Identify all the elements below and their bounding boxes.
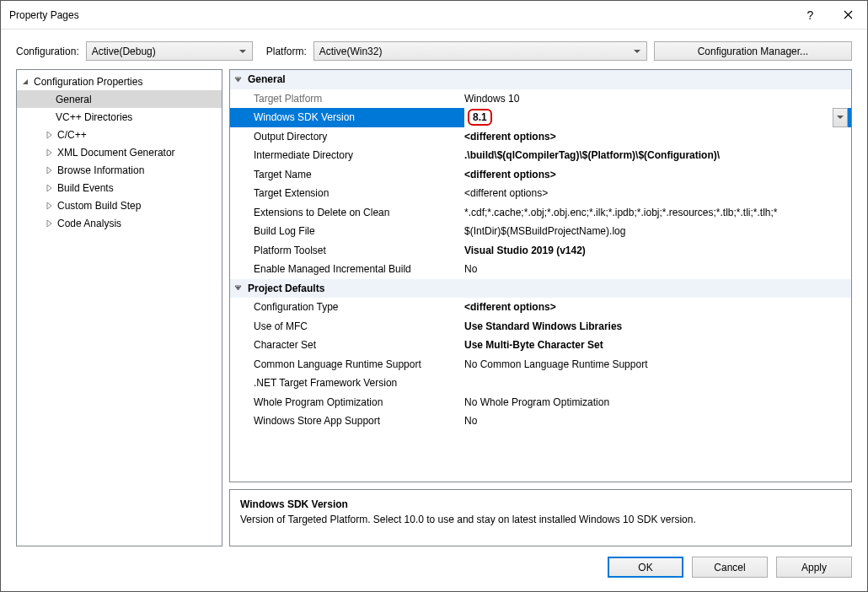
config-row: Configuration: Active(Debug) Platform: A… — [1, 30, 867, 69]
close-button[interactable] — [829, 1, 867, 30]
grid-row-value: Visual Studio 2019 (v142) — [464, 245, 848, 256]
grid-row[interactable]: Target Name<different options> — [230, 165, 851, 185]
grid-row[interactable]: Target Extension<different options> — [230, 184, 851, 203]
tree-item-label: C/C++ — [57, 129, 87, 141]
configuration-label: Configuration: — [16, 46, 79, 57]
grid-row-label: Platform Toolset — [230, 245, 464, 256]
grid-row-value: *.cdf;*.cache;*.obj;*.obj.enc;*.ilk;*.ip… — [464, 207, 848, 218]
grid-row-label: Use of MFC — [230, 320, 464, 332]
grid-row[interactable]: Enable Managed Incremental BuildNo — [230, 260, 851, 279]
description-panel: Windows SDK Version Version of Targeted … — [229, 489, 852, 546]
grid-row[interactable]: Configuration Type<different options> — [230, 298, 851, 317]
tree-item-label: Custom Build Step — [57, 200, 141, 212]
grid-row-value: <different options> — [464, 301, 848, 313]
grid-row[interactable]: Windows SDK Version8.1 — [230, 108, 851, 127]
ok-button[interactable]: OK — [608, 557, 683, 578]
tree-item[interactable]: Custom Build Step — [17, 196, 222, 214]
grid-row-value: .\build\$(qlCompilerTag)\$(Platform)\$(C… — [464, 149, 848, 161]
grid-row-label: Target Platform — [230, 93, 464, 105]
tree-item-label: VC++ Directories — [56, 111, 132, 123]
tree-item-label: Build Events — [57, 182, 114, 194]
apply-button[interactable]: Apply — [776, 557, 852, 578]
grid-row[interactable]: Build Log File$(IntDir)$(MSBuildProjectN… — [230, 222, 851, 241]
grid-row-label: Build Log File — [230, 225, 464, 237]
grid-section-header[interactable]: General — [230, 70, 851, 89]
grid-row-label: .NET Target Framework Version — [230, 377, 464, 389]
tree-item[interactable]: Browse Information — [17, 161, 222, 179]
grid-row[interactable]: Platform ToolsetVisual Studio 2019 (v142… — [230, 241, 851, 261]
cancel-button[interactable]: Cancel — [692, 557, 768, 578]
tree-item[interactable]: Code Analysis — [17, 214, 222, 232]
tree-item-label: Browse Information — [57, 164, 144, 176]
tree-root[interactable]: Configuration Properties — [17, 73, 222, 90]
grid-row[interactable]: Use of MFCUse Standard Windows Libraries — [230, 317, 851, 336]
expand-icon — [44, 148, 54, 157]
grid-row[interactable]: Character SetUse Multi-Byte Character Se… — [230, 336, 851, 355]
expand-icon — [44, 184, 54, 192]
grid-row[interactable]: Extensions to Delete on Clean*.cdf;*.cac… — [230, 203, 851, 223]
tree-item[interactable]: C/C++ — [17, 126, 222, 143]
grid-section-title: General — [248, 73, 286, 85]
grid-row[interactable]: Output Directory<different options> — [230, 127, 851, 147]
grid-row[interactable]: Intermediate Directory.\build\$(qlCompil… — [230, 146, 851, 165]
platform-dropdown[interactable]: Active(Win32) — [313, 41, 647, 61]
grid-row-value: Use Multi-Byte Character Set — [464, 339, 848, 351]
grid-row-value: Windows 10 — [464, 93, 848, 105]
grid-row-value: No Whole Program Optimization — [464, 396, 848, 408]
grid-row[interactable]: Whole Program OptimizationNo Whole Progr… — [230, 393, 851, 412]
config-manager-button[interactable]: Configuration Manager... — [654, 41, 852, 61]
tree-panel[interactable]: Configuration Properties GeneralVC++ Dir… — [16, 69, 222, 546]
grid-row-label: Whole Program Optimization — [230, 396, 464, 408]
grid-row-label: Target Name — [230, 169, 464, 180]
grid-row-value: <different options> — [464, 187, 848, 199]
grid-row-label: Target Extension — [230, 187, 464, 199]
grid-row-label: Configuration Type — [230, 301, 464, 313]
tree-item[interactable]: Build Events — [17, 179, 222, 196]
cancel-label: Cancel — [714, 562, 745, 573]
config-manager-label: Configuration Manager... — [698, 46, 808, 57]
grid-row[interactable]: Common Language Runtime SupportNo Common… — [230, 355, 851, 374]
main-area: Configuration Properties GeneralVC++ Dir… — [1, 69, 867, 546]
titlebar: Property Pages ? — [1, 1, 867, 30]
expand-icon — [44, 202, 54, 210]
tree-item-label: Code Analysis — [57, 218, 121, 229]
grid-row-label: Character Set — [230, 339, 464, 351]
grid-row[interactable]: .NET Target Framework Version — [230, 374, 851, 393]
grid-row-value: <different options> — [464, 169, 848, 180]
tree-root-label: Configuration Properties — [34, 76, 142, 88]
platform-label: Platform: — [266, 46, 307, 57]
tree-item[interactable]: XML Document Generator — [17, 143, 222, 161]
apply-label: Apply — [801, 562, 827, 573]
footer: OK Cancel Apply — [1, 546, 867, 578]
grid-section-header[interactable]: Project Defaults — [230, 279, 851, 299]
chevron-down-icon — [233, 283, 243, 293]
description-title: Windows SDK Version — [240, 498, 841, 510]
grid-row-label: Windows SDK Version — [230, 111, 464, 123]
configuration-value: Active(Debug) — [92, 46, 156, 57]
collapse-icon — [20, 78, 30, 86]
close-icon — [844, 10, 853, 19]
grid-row-value[interactable]: 8.1 — [464, 108, 848, 127]
help-button[interactable]: ? — [791, 1, 829, 30]
tree-item-label: XML Document Generator — [57, 147, 175, 159]
grid-row-value: No Common Language Runtime Support — [464, 358, 848, 370]
value-dropdown-button[interactable] — [833, 108, 848, 127]
grid-row[interactable]: Target PlatformWindows 10 — [230, 89, 851, 109]
grid-row-value: Use Standard Windows Libraries — [464, 320, 848, 332]
grid-row-value: No — [464, 263, 848, 275]
tree-item[interactable]: VC++ Directories — [17, 108, 222, 126]
grid-row[interactable]: Windows Store App SupportNo — [230, 412, 851, 431]
configuration-dropdown[interactable]: Active(Debug) — [86, 41, 253, 61]
grid-row-value: No — [464, 415, 848, 427]
tree-item[interactable]: General — [17, 90, 222, 108]
ok-label: OK — [638, 562, 652, 573]
expand-icon — [44, 131, 54, 139]
grid-row-value: $(IntDir)$(MSBuildProjectName).log — [464, 225, 848, 237]
tree-item-label: General — [56, 94, 92, 105]
expand-icon — [44, 219, 54, 228]
property-grid[interactable]: GeneralTarget PlatformWindows 10Windows … — [229, 69, 852, 482]
grid-row-label: Common Language Runtime Support — [230, 358, 464, 370]
grid-row-label: Intermediate Directory — [230, 149, 464, 161]
expand-icon — [44, 166, 54, 175]
platform-value: Active(Win32) — [319, 46, 383, 57]
